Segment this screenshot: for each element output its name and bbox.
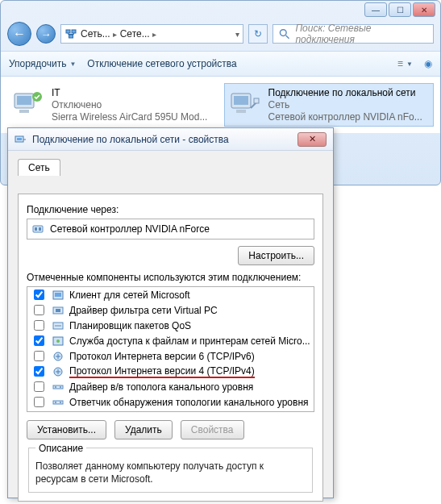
component-icon [52,335,64,348]
svg-rect-14 [17,138,22,140]
nav-back-button[interactable]: ← [7,22,31,46]
chevron-down-icon: ▼ [69,60,76,68]
component-item[interactable]: Ответчик обнаружения топологии канальног… [27,394,314,410]
svg-rect-11 [236,110,246,113]
adapter-name: Сетевой контроллер NVIDIA nForce [50,223,210,235]
svg-rect-15 [33,226,43,232]
component-checkbox[interactable] [34,335,44,346]
tab-panel: Подключение через: Сетевой контроллер NV… [18,194,323,502]
component-icon [52,396,64,409]
component-label: Служба доступа к файлам и принтерам сете… [69,335,310,347]
tabs: Сеть [18,159,323,177]
component-item[interactable]: Протокол Интернета версии 4 (TCP/IPv4) [27,364,314,379]
component-checkbox[interactable] [34,305,44,315]
component-label: Ответчик обнаружения топологии канальног… [69,397,309,408]
svg-point-32 [60,402,61,403]
connection-status: Отключено [52,99,207,110]
svg-line-4 [286,35,289,39]
view-icons-button[interactable]: ☰▼ [397,60,413,68]
chevron-right-icon: ▸ [113,30,117,39]
svg-rect-21 [56,309,60,312]
adapter-icon [11,87,45,121]
adapter-icon [228,87,262,121]
component-label: Протокол Интернета версии 6 (TCP/IPv6) [69,351,255,362]
breadcrumb-seg-1[interactable]: Сеть...▸ [81,28,117,40]
component-label: Протокол Интернета версии 4 (TCP/IPv4) [69,365,255,378]
connection-device: Сетевой контроллер NVIDIA nFo... [268,111,422,123]
component-item[interactable]: Планировщик пакетов QoS [27,318,314,333]
search-placeholder: Поиск: Сетевые подключения [295,23,428,45]
svg-rect-17 [39,227,41,231]
component-label: Драйвер в/в тополога канального уровня [69,381,253,393]
component-item[interactable]: Протокол Интернета версии 6 (TCP/IPv6) [27,348,314,364]
window-controls: — ☐ ✕ [364,2,435,17]
component-icon [52,350,64,363]
properties-button[interactable]: Свойства [181,420,244,439]
chevron-down-icon[interactable]: ▾ [235,30,239,39]
component-label: Клиент для сетей Microsoft [69,289,190,301]
component-checkbox[interactable] [34,381,44,392]
component-checkbox[interactable] [34,366,44,377]
component-checkbox[interactable] [34,397,44,407]
connect-using-label: Подключение через: [27,204,314,215]
svg-rect-0 [66,30,70,33]
component-label: Планировщик пакетов QoS [69,320,191,331]
svg-rect-10 [234,96,248,105]
tab-network[interactable]: Сеть [18,159,60,176]
component-item[interactable]: Драйвер в/в тополога канального уровня [27,379,314,394]
svg-rect-7 [19,110,29,113]
properties-dialog: Подключение по локальной сети - свойства… [7,127,334,498]
svg-point-24 [56,339,60,343]
breadcrumb-seg-2[interactable]: Сете...▸ [120,28,156,40]
component-item[interactable]: Драйвер фильтра сети Virtual PC [27,302,314,318]
svg-rect-12 [254,98,259,103]
organize-menu[interactable]: Упорядочить▼ [9,58,76,69]
component-label: Драйвер фильтра сети Virtual PC [69,305,218,316]
dialog-close-button[interactable]: ✕ [297,132,327,147]
dialog-titlebar: Подключение по локальной сети - свойства… [8,128,333,151]
search-input[interactable]: Поиск: Сетевые подключения [273,24,434,44]
svg-point-3 [280,30,286,36]
minimize-button[interactable]: — [364,2,387,17]
component-checkbox[interactable] [34,289,44,300]
svg-rect-16 [35,227,37,231]
component-item[interactable]: Клиент для сетей Microsoft [27,287,314,302]
refresh-button[interactable]: ↻ [248,24,268,44]
svg-rect-6 [17,96,31,105]
connection-title: Подключение по локальной сети [268,87,422,98]
component-icon [52,365,64,378]
svg-rect-30 [53,401,63,404]
maximize-button[interactable]: ☐ [389,2,411,17]
toolbar: Упорядочить▼ Отключение сетевого устройс… [1,51,440,77]
components-list[interactable]: Клиент для сетей MicrosoftДрайвер фильтр… [27,286,314,412]
network-adapter-icon [15,133,27,146]
search-icon [278,27,290,40]
component-item[interactable]: Служба доступа к файлам и принтерам сете… [27,333,314,348]
component-icon [52,381,64,394]
close-button[interactable]: ✕ [413,2,435,17]
svg-point-31 [55,402,56,403]
help-button[interactable]: ◉ [424,58,432,69]
component-checkbox[interactable] [34,351,44,361]
svg-rect-19 [55,293,61,297]
nav-forward-button[interactable]: → [36,24,56,44]
svg-rect-1 [72,30,76,33]
configure-button[interactable]: Настроить... [238,246,314,265]
connection-item[interactable]: IT Отключено Sierra Wireless AirCard 595… [7,83,218,127]
chevron-right-icon: ▸ [152,30,156,39]
component-checkbox[interactable] [34,320,44,331]
component-icon [52,289,64,302]
connection-item[interactable]: Подключение по локальной сети Сеть Сетев… [224,83,435,127]
install-button[interactable]: Установить... [27,420,106,439]
connection-title: IT [52,87,207,98]
description-group: Описание Позволяет данному компьютеру по… [28,448,313,493]
svg-point-28 [55,386,56,388]
connection-device: Sierra Wireless AirCard 595U Mod... [52,111,207,123]
svg-point-29 [60,386,61,388]
breadcrumb[interactable]: Сеть...▸ Сете...▸ ▾ [60,24,243,44]
disable-device-button[interactable]: Отключение сетевого устройства [87,58,236,69]
connection-status: Сеть [268,99,422,110]
description-title: Описание [35,443,86,454]
uninstall-button[interactable]: Удалить [114,420,173,439]
chevron-down-icon: ▼ [406,60,413,68]
